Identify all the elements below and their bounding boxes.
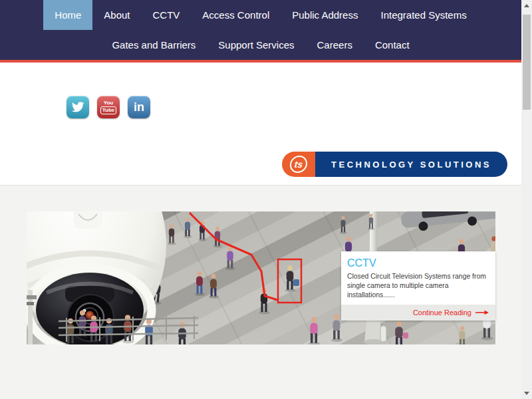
continue-reading-link[interactable]: Continue Reading: [413, 309, 471, 317]
nav-item-careers[interactable]: Careers: [306, 30, 364, 60]
nav-item-access-control[interactable]: Access Control: [191, 0, 281, 30]
browser-viewport: Home About CCTV Access Control Public Ad…: [0, 0, 532, 399]
logo-text: TECHNOLOGY SOLUTIONS: [315, 152, 507, 177]
linkedin-icon: in: [134, 101, 144, 113]
site-logo[interactable]: ts TECHNOLOGY SOLUTIONS: [282, 152, 507, 177]
cctv-card: CCTV Closed Circuit Television Systems r…: [341, 251, 495, 321]
youtube-button[interactable]: You Tube: [97, 96, 120, 118]
youtube-icon-tube-label: Tube: [100, 106, 117, 114]
scroll-up-button[interactable]: [521, 0, 532, 11]
nav-row-2: Gates and Barriers Support Services Care…: [0, 30, 521, 60]
twitter-button[interactable]: [66, 96, 89, 118]
logo-orange-cap: ts: [282, 152, 315, 177]
nav-item-cctv[interactable]: CCTV: [142, 0, 192, 30]
nav-item-about[interactable]: About: [92, 0, 141, 30]
cctv-card-footer: Continue Reading: [341, 305, 495, 321]
scroll-down-button[interactable]: [521, 388, 532, 399]
nav-item-integrated-systems[interactable]: Integrated Systems: [369, 0, 477, 30]
scrollbar: [521, 0, 532, 399]
cctv-card-title: CCTV: [347, 257, 489, 269]
page: Home About CCTV Access Control Public Ad…: [0, 0, 521, 399]
header-band: You Tube in ts TECHNOLOGY SOLUTIONS: [0, 63, 521, 185]
cctv-card-body: Closed Circuit Television Systems range …: [347, 272, 490, 300]
ts-monogram-icon: ts: [289, 156, 309, 173]
main-content: CCTV Closed Circuit Television Systems r…: [0, 185, 521, 399]
main-navigation: Home About CCTV Access Control Public Ad…: [0, 0, 521, 63]
nav-item-gates-and-barriers[interactable]: Gates and Barriers: [100, 30, 207, 60]
nav-item-support-services[interactable]: Support Services: [207, 30, 305, 60]
nav-item-contact[interactable]: Contact: [364, 30, 421, 60]
bollard: [380, 326, 386, 342]
linkedin-button[interactable]: in: [128, 96, 150, 118]
twitter-icon: [71, 99, 84, 115]
mount-bracket: [27, 295, 37, 299]
scroll-thumb[interactable]: [523, 15, 531, 110]
hero-image: CCTV Closed Circuit Television Systems r…: [27, 211, 495, 344]
nav-row-1: Home About CCTV Access Control Public Ad…: [0, 0, 521, 30]
social-links: You Tube in: [66, 96, 150, 118]
right-arrow-icon: [475, 310, 489, 315]
nav-item-home[interactable]: Home: [43, 0, 92, 30]
youtube-icon: You: [104, 100, 114, 106]
nav-item-public-address[interactable]: Public Address: [281, 0, 369, 30]
